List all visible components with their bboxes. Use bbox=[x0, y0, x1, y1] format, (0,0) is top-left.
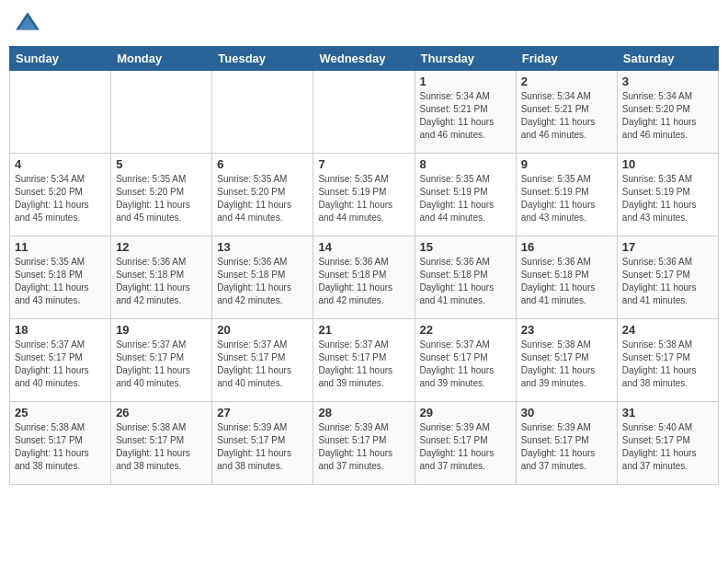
week-row-2: 4Sunrise: 5:34 AMSunset: 5:20 PMDaylight… bbox=[10, 154, 719, 236]
day-number: 22 bbox=[420, 323, 511, 337]
day-info: Sunrise: 5:34 AMSunset: 5:20 PMDaylight:… bbox=[15, 173, 106, 224]
day-number: 26 bbox=[116, 406, 207, 419]
calendar-cell: 25Sunrise: 5:38 AMSunset: 5:17 PMDayligh… bbox=[10, 402, 111, 485]
day-info: Sunrise: 5:36 AMSunset: 5:18 PMDaylight:… bbox=[420, 256, 511, 307]
day-info: Sunrise: 5:39 AMSunset: 5:17 PMDaylight:… bbox=[521, 421, 612, 473]
day-number: 18 bbox=[15, 323, 106, 337]
day-number: 6 bbox=[217, 157, 308, 171]
weekday-tuesday: Tuesday bbox=[212, 47, 313, 71]
day-number: 12 bbox=[116, 240, 207, 254]
day-number: 11 bbox=[15, 240, 106, 254]
calendar-cell: 19Sunrise: 5:37 AMSunset: 5:17 PMDayligh… bbox=[111, 319, 212, 402]
day-info: Sunrise: 5:35 AMSunset: 5:19 PMDaylight:… bbox=[318, 173, 409, 224]
day-info: Sunrise: 5:40 AMSunset: 5:17 PMDaylight:… bbox=[622, 421, 713, 473]
calendar-cell: 9Sunrise: 5:35 AMSunset: 5:19 PMDaylight… bbox=[516, 154, 617, 236]
weekday-header-row: SundayMondayTuesdayWednesdayThursdayFrid… bbox=[10, 47, 719, 71]
calendar-cell: 8Sunrise: 5:35 AMSunset: 5:19 PMDaylight… bbox=[415, 154, 516, 236]
day-number: 24 bbox=[622, 323, 713, 337]
calendar-cell: 11Sunrise: 5:35 AMSunset: 5:18 PMDayligh… bbox=[10, 236, 111, 319]
calendar-cell bbox=[212, 71, 313, 154]
day-number: 7 bbox=[318, 157, 409, 171]
calendar-cell: 26Sunrise: 5:38 AMSunset: 5:17 PMDayligh… bbox=[111, 402, 212, 485]
day-info: Sunrise: 5:37 AMSunset: 5:17 PMDaylight:… bbox=[318, 339, 409, 390]
day-info: Sunrise: 5:34 AMSunset: 5:20 PMDaylight:… bbox=[622, 90, 713, 142]
weekday-monday: Monday bbox=[111, 47, 212, 71]
day-info: Sunrise: 5:36 AMSunset: 5:17 PMDaylight:… bbox=[622, 256, 713, 307]
calendar-cell: 6Sunrise: 5:35 AMSunset: 5:20 PMDaylight… bbox=[212, 154, 313, 236]
weekday-wednesday: Wednesday bbox=[313, 47, 415, 71]
calendar-cell: 16Sunrise: 5:36 AMSunset: 5:18 PMDayligh… bbox=[516, 236, 617, 319]
day-number: 28 bbox=[318, 406, 409, 419]
calendar-cell: 17Sunrise: 5:36 AMSunset: 5:17 PMDayligh… bbox=[617, 236, 718, 319]
day-number: 20 bbox=[217, 323, 308, 337]
day-number: 16 bbox=[521, 240, 612, 254]
day-info: Sunrise: 5:37 AMSunset: 5:17 PMDaylight:… bbox=[15, 339, 106, 390]
weekday-friday: Friday bbox=[516, 47, 617, 71]
calendar-cell: 4Sunrise: 5:34 AMSunset: 5:20 PMDaylight… bbox=[10, 154, 111, 236]
day-info: Sunrise: 5:36 AMSunset: 5:18 PMDaylight:… bbox=[116, 256, 207, 307]
day-info: Sunrise: 5:37 AMSunset: 5:17 PMDaylight:… bbox=[217, 339, 308, 390]
calendar-cell: 15Sunrise: 5:36 AMSunset: 5:18 PMDayligh… bbox=[415, 236, 516, 319]
day-number: 2 bbox=[521, 75, 612, 88]
day-number: 5 bbox=[116, 157, 207, 171]
calendar-table: SundayMondayTuesdayWednesdayThursdayFrid… bbox=[9, 46, 719, 485]
week-row-4: 18Sunrise: 5:37 AMSunset: 5:17 PMDayligh… bbox=[10, 319, 719, 402]
day-info: Sunrise: 5:36 AMSunset: 5:18 PMDaylight:… bbox=[318, 256, 409, 307]
calendar-cell: 13Sunrise: 5:36 AMSunset: 5:18 PMDayligh… bbox=[212, 236, 313, 319]
week-row-1: 1Sunrise: 5:34 AMSunset: 5:21 PMDaylight… bbox=[10, 71, 719, 154]
calendar-cell: 27Sunrise: 5:39 AMSunset: 5:17 PMDayligh… bbox=[212, 402, 313, 485]
day-info: Sunrise: 5:36 AMSunset: 5:18 PMDaylight:… bbox=[217, 256, 308, 307]
calendar-cell: 1Sunrise: 5:34 AMSunset: 5:21 PMDaylight… bbox=[415, 71, 516, 154]
calendar-cell bbox=[111, 71, 212, 154]
weekday-saturday: Saturday bbox=[617, 47, 718, 71]
calendar-cell: 30Sunrise: 5:39 AMSunset: 5:17 PMDayligh… bbox=[516, 402, 617, 485]
day-info: Sunrise: 5:35 AMSunset: 5:19 PMDaylight:… bbox=[420, 173, 511, 224]
day-info: Sunrise: 5:34 AMSunset: 5:21 PMDaylight:… bbox=[521, 90, 612, 142]
day-number: 27 bbox=[217, 406, 308, 419]
day-info: Sunrise: 5:39 AMSunset: 5:17 PMDaylight:… bbox=[217, 421, 308, 473]
day-number: 25 bbox=[15, 406, 106, 419]
day-info: Sunrise: 5:36 AMSunset: 5:18 PMDaylight:… bbox=[521, 256, 612, 307]
page-header bbox=[9, 9, 719, 39]
weekday-thursday: Thursday bbox=[415, 47, 516, 71]
day-info: Sunrise: 5:38 AMSunset: 5:17 PMDaylight:… bbox=[521, 339, 612, 390]
day-number: 29 bbox=[420, 406, 511, 419]
day-number: 10 bbox=[622, 157, 713, 171]
day-info: Sunrise: 5:35 AMSunset: 5:20 PMDaylight:… bbox=[217, 173, 308, 224]
calendar-cell: 23Sunrise: 5:38 AMSunset: 5:17 PMDayligh… bbox=[516, 319, 617, 402]
calendar-cell: 29Sunrise: 5:39 AMSunset: 5:17 PMDayligh… bbox=[415, 402, 516, 485]
calendar-cell: 18Sunrise: 5:37 AMSunset: 5:17 PMDayligh… bbox=[10, 319, 111, 402]
logo bbox=[13, 9, 46, 39]
day-info: Sunrise: 5:35 AMSunset: 5:18 PMDaylight:… bbox=[15, 256, 106, 307]
day-number: 3 bbox=[622, 75, 713, 88]
calendar-cell bbox=[10, 71, 111, 154]
day-number: 14 bbox=[318, 240, 409, 254]
day-number: 8 bbox=[420, 157, 511, 171]
day-info: Sunrise: 5:38 AMSunset: 5:17 PMDaylight:… bbox=[15, 421, 106, 473]
day-info: Sunrise: 5:35 AMSunset: 5:19 PMDaylight:… bbox=[521, 173, 612, 224]
day-info: Sunrise: 5:38 AMSunset: 5:17 PMDaylight:… bbox=[116, 421, 207, 473]
calendar-cell: 2Sunrise: 5:34 AMSunset: 5:21 PMDaylight… bbox=[516, 71, 617, 154]
calendar-cell: 12Sunrise: 5:36 AMSunset: 5:18 PMDayligh… bbox=[111, 236, 212, 319]
day-info: Sunrise: 5:35 AMSunset: 5:20 PMDaylight:… bbox=[116, 173, 207, 224]
calendar-cell: 7Sunrise: 5:35 AMSunset: 5:19 PMDaylight… bbox=[313, 154, 415, 236]
day-info: Sunrise: 5:38 AMSunset: 5:17 PMDaylight:… bbox=[622, 339, 713, 390]
day-info: Sunrise: 5:39 AMSunset: 5:17 PMDaylight:… bbox=[318, 421, 409, 473]
calendar-cell: 31Sunrise: 5:40 AMSunset: 5:17 PMDayligh… bbox=[617, 402, 718, 485]
week-row-3: 11Sunrise: 5:35 AMSunset: 5:18 PMDayligh… bbox=[10, 236, 719, 319]
calendar-cell: 28Sunrise: 5:39 AMSunset: 5:17 PMDayligh… bbox=[313, 402, 415, 485]
day-info: Sunrise: 5:37 AMSunset: 5:17 PMDaylight:… bbox=[116, 339, 207, 390]
day-number: 30 bbox=[521, 406, 612, 419]
day-info: Sunrise: 5:34 AMSunset: 5:21 PMDaylight:… bbox=[420, 90, 511, 142]
day-number: 19 bbox=[116, 323, 207, 337]
calendar-cell: 5Sunrise: 5:35 AMSunset: 5:20 PMDaylight… bbox=[111, 154, 212, 236]
day-number: 23 bbox=[521, 323, 612, 337]
weekday-sunday: Sunday bbox=[10, 47, 111, 71]
calendar-cell: 24Sunrise: 5:38 AMSunset: 5:17 PMDayligh… bbox=[617, 319, 718, 402]
day-number: 4 bbox=[15, 157, 106, 171]
day-info: Sunrise: 5:35 AMSunset: 5:19 PMDaylight:… bbox=[622, 173, 713, 224]
logo-icon bbox=[13, 9, 42, 39]
day-number: 9 bbox=[521, 157, 612, 171]
calendar-cell bbox=[313, 71, 415, 154]
calendar-cell: 10Sunrise: 5:35 AMSunset: 5:19 PMDayligh… bbox=[617, 154, 718, 236]
